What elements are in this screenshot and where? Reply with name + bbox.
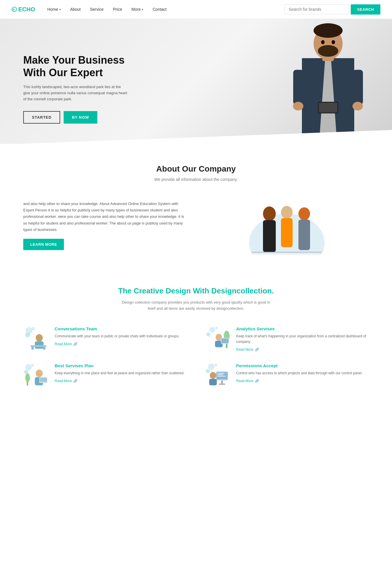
svg-point-16 xyxy=(293,102,303,111)
search-area: SEARCH xyxy=(284,4,380,15)
read-more-conversations[interactable]: Read More 🔗 xyxy=(55,342,180,346)
svg-rect-15 xyxy=(353,70,363,105)
svg-rect-43 xyxy=(221,338,228,343)
link-icon-3: 🔗 xyxy=(73,379,78,383)
conversations-icon-box xyxy=(23,326,49,350)
about-image xyxy=(205,196,369,254)
svg-point-44 xyxy=(25,364,32,370)
svg-rect-34 xyxy=(43,347,45,350)
nav-item-more[interactable]: More ▾ xyxy=(128,5,147,14)
service-desc-permissions: Control who has access to which projects… xyxy=(236,370,363,376)
svg-point-53 xyxy=(208,364,214,370)
nav-item-about[interactable]: About xyxy=(67,5,84,14)
nav-item-price[interactable]: Price xyxy=(109,5,126,14)
svg-rect-21 xyxy=(263,220,276,252)
services-grid: Conversations Team Communicate with your… xyxy=(23,326,369,386)
team-illustration xyxy=(246,196,327,254)
service-info-conversations: Conversations Team Communicate with your… xyxy=(55,326,180,346)
svg-rect-52 xyxy=(40,378,47,382)
service-info-best-services: Best Servises Plan Keep everything in on… xyxy=(55,363,185,383)
hero-section: Make Your Business With Our Expert This … xyxy=(0,19,392,144)
about-content: and also help other to share your knowle… xyxy=(23,196,369,254)
svg-rect-32 xyxy=(31,345,46,347)
svg-rect-59 xyxy=(217,374,223,375)
service-title-permissions: Permissions Accept xyxy=(236,363,363,368)
buynow-button[interactable]: BY NOW xyxy=(64,111,97,124)
link-icon: 🔗 xyxy=(73,342,78,346)
more-arrow-icon: ▾ xyxy=(142,8,143,11)
svg-point-47 xyxy=(25,373,30,382)
logo-text: ECHO xyxy=(18,6,35,13)
svg-rect-62 xyxy=(209,379,217,385)
creative-title: The Creative Design With Designcollectio… xyxy=(23,286,369,295)
permissions-icon xyxy=(205,363,231,386)
hero-description: This lushly landscaped, two-acre woodlan… xyxy=(23,84,128,102)
read-more-analytics[interactable]: Read More 🔗 xyxy=(236,348,369,352)
svg-point-46 xyxy=(31,364,34,367)
started-button[interactable]: STARTED xyxy=(23,111,60,124)
svg-rect-33 xyxy=(31,347,34,350)
about-title: About Our Company xyxy=(23,164,369,174)
svg-rect-48 xyxy=(27,381,28,386)
svg-point-54 xyxy=(206,369,210,373)
hero-buttons: STARTED BY NOW xyxy=(23,111,128,124)
svg-rect-13 xyxy=(319,103,337,113)
conversations-icon xyxy=(23,326,49,350)
svg-point-37 xyxy=(215,327,218,329)
service-item-permissions: Permissions Accept Control who has acces… xyxy=(205,363,369,386)
svg-rect-58 xyxy=(217,373,225,374)
svg-rect-31 xyxy=(35,341,44,349)
svg-point-24 xyxy=(298,207,310,220)
read-more-permissions[interactable]: Read More 🔗 xyxy=(236,379,363,383)
about-section: About Our Company We provide all informa… xyxy=(0,144,392,266)
service-desc-best-services: Keep everything in one place and feel at… xyxy=(55,370,185,376)
svg-point-35 xyxy=(209,327,215,333)
svg-point-28 xyxy=(25,333,30,337)
read-more-best-services[interactable]: Read More 🔗 xyxy=(55,379,185,383)
learn-more-button[interactable]: LEARN MORE xyxy=(23,239,64,250)
permissions-icon-box xyxy=(205,363,231,386)
svg-point-36 xyxy=(206,332,210,336)
nav-item-service[interactable]: Service xyxy=(87,5,107,14)
creative-section: The Creative Design With Designcollectio… xyxy=(0,266,392,401)
about-subtitle: We provide all information about the com… xyxy=(23,177,369,182)
analytics-icon-box xyxy=(205,326,231,350)
svg-rect-23 xyxy=(281,218,293,247)
creative-subtitle: Design collection company provides you p… xyxy=(121,300,272,312)
navbar: B ECHO Home ▾ About Service Price More ▾… xyxy=(0,0,392,19)
svg-text:B: B xyxy=(13,8,15,11)
svg-point-8 xyxy=(314,23,343,38)
about-text: and also help other to share your knowle… xyxy=(23,201,187,250)
service-info-permissions: Permissions Accept Control who has acces… xyxy=(236,363,363,383)
best-services-icon xyxy=(23,363,49,386)
analytics-icon xyxy=(205,326,231,350)
service-title-conversations: Conversations Team xyxy=(55,326,180,331)
service-title-best-services: Best Servises Plan xyxy=(55,363,185,368)
nav-item-contact[interactable]: Contact xyxy=(149,5,170,14)
nav-item-home[interactable]: Home ▾ xyxy=(44,5,64,14)
search-button[interactable]: SEARCH xyxy=(351,4,380,15)
svg-point-9 xyxy=(318,45,338,57)
svg-marker-18 xyxy=(0,130,392,144)
svg-rect-63 xyxy=(221,381,223,384)
svg-rect-14 xyxy=(293,70,303,105)
creative-title-highlight: With Designcollection. xyxy=(193,286,274,295)
nav-links: Home ▾ About Service Price More ▾ Contac… xyxy=(44,5,284,14)
svg-rect-64 xyxy=(219,384,225,385)
svg-point-45 xyxy=(24,370,28,374)
svg-point-55 xyxy=(214,364,217,366)
svg-point-22 xyxy=(281,206,293,219)
service-desc-analytics: Keep track of what's happening in your o… xyxy=(236,334,369,345)
svg-point-17 xyxy=(352,102,363,111)
svg-point-20 xyxy=(263,206,276,221)
about-body: and also help other to share your knowle… xyxy=(23,201,187,233)
svg-point-49 xyxy=(36,370,43,377)
service-item-analytics: Analytics Servises Keep track of what's … xyxy=(205,326,369,352)
link-icon-2: 🔗 xyxy=(255,348,259,352)
svg-point-10 xyxy=(321,40,325,44)
logo[interactable]: B ECHO xyxy=(12,6,35,13)
hero-title: Make Your Business With Our Expert xyxy=(23,54,128,79)
service-desc-conversations: Communicate with your team in public or … xyxy=(55,334,180,339)
service-title-analytics: Analytics Servises xyxy=(236,326,369,331)
search-input[interactable] xyxy=(284,4,348,14)
